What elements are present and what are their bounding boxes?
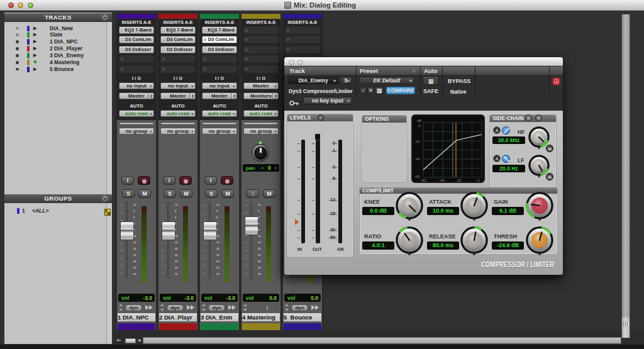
svg-text:-60: -60	[421, 179, 426, 182]
svg-text:-20: -20	[456, 179, 462, 182]
svg-text:-20: -20	[414, 140, 420, 143]
svg-text:-40: -40	[439, 179, 445, 182]
svg-text:0: 0	[477, 179, 480, 182]
svg-text:0: 0	[418, 124, 421, 128]
svg-text:dB: dB	[417, 119, 421, 123]
svg-text:-40: -40	[414, 157, 420, 161]
svg-text:-60: -60	[414, 175, 420, 179]
